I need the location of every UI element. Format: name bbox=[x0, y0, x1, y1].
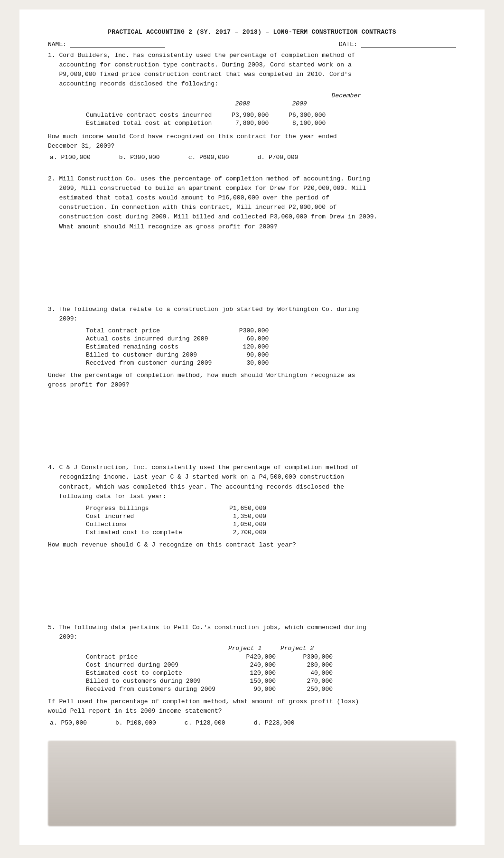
q1-choice-c: c. P600,000 bbox=[188, 154, 229, 161]
q3-row4-val: 90,000 bbox=[221, 351, 278, 359]
table-row: Progress billings P1,650,000 bbox=[86, 504, 276, 512]
q3-row3-val: 120,000 bbox=[221, 343, 278, 351]
q1-col1-header: 2008 bbox=[219, 100, 276, 107]
date-field bbox=[361, 40, 456, 48]
q5-row1-label: Contract price bbox=[86, 653, 228, 661]
q3-row1-val: P300,000 bbox=[221, 327, 278, 335]
q1-table-header: December bbox=[48, 92, 361, 99]
question-5: 5. The following data pertains to Pell C… bbox=[48, 623, 456, 726]
question-2: 2. Mill Construction Co. uses the percen… bbox=[48, 174, 456, 292]
q5-choice-d: d. P228,000 bbox=[254, 719, 295, 726]
q3-table: Total contract price P300,000 Actual cos… bbox=[86, 327, 456, 367]
q1-row1-val2: P6,300,000 bbox=[278, 111, 335, 119]
q4-row2-val: 1,350,000 bbox=[219, 512, 276, 520]
q3-answer-space bbox=[48, 393, 456, 450]
question-4-text: 4. C & J Construction, Inc. consistently… bbox=[48, 463, 456, 501]
q1-table: Cumulative contract costs incurred P3,90… bbox=[86, 111, 456, 127]
q4-row4-val: 2,700,000 bbox=[219, 528, 276, 537]
q5-row4-label: Billed to customers during 2009 bbox=[86, 677, 228, 685]
page: PRACTICAL ACCOUNTING 2 (SY. 2017 – 2018)… bbox=[19, 9, 485, 845]
table-row: Estimated total cost at completion 7,800… bbox=[86, 119, 335, 127]
q5-table: Contract price P420,000 P300,000 Cost in… bbox=[86, 653, 456, 693]
table-row: Collections 1,050,000 bbox=[86, 520, 276, 528]
q5-row5-val2: 250,000 bbox=[285, 685, 342, 693]
q2-answer-space bbox=[48, 235, 456, 292]
q1-number: 1. bbox=[48, 52, 59, 59]
question-4: 4. C & J Construction, Inc. consistently… bbox=[48, 463, 456, 610]
q1-row1-val1: P3,900,000 bbox=[221, 111, 278, 119]
table-row: Actual costs incurred during 2009 60,000 bbox=[86, 335, 278, 343]
q3-row1-label: Total contract price bbox=[86, 327, 221, 335]
q1-followup: How much income would Cord have recogniz… bbox=[48, 132, 456, 151]
q4-row2-label: Cost incurred bbox=[86, 512, 219, 520]
q5-choice-b: b. P108,000 bbox=[115, 719, 156, 726]
table-row: Total contract price P300,000 bbox=[86, 327, 278, 335]
name-field bbox=[70, 40, 165, 48]
q5-choice-a: a. P50,000 bbox=[50, 719, 87, 726]
question-1-text: 1. Cord Builders, Inc. has consistently … bbox=[48, 51, 456, 89]
q5-row5-label: Received from customers during 2009 bbox=[86, 685, 228, 693]
q3-followup: Under the percentage of completion metho… bbox=[48, 371, 456, 390]
page-title: PRACTICAL ACCOUNTING 2 (SY. 2017 – 2018)… bbox=[48, 28, 456, 36]
q5-followup: If Pell used the percentage of completio… bbox=[48, 697, 456, 716]
q5-row2-label: Cost incurred during 2009 bbox=[86, 661, 228, 669]
q5-row5-val1: 90,000 bbox=[228, 685, 285, 693]
table-row: Cost incurred during 2009 240,000 280,00… bbox=[86, 661, 342, 669]
q1-row2-val2: 8,100,000 bbox=[278, 119, 335, 127]
table-row: Billed to customers during 2009 150,000 … bbox=[86, 677, 342, 685]
q4-row4-label: Estimated cost to complete bbox=[86, 528, 219, 537]
table-row: Cumulative contract costs incurred P3,90… bbox=[86, 111, 335, 119]
q3-row5-label: Received from customer during 2009 bbox=[86, 359, 221, 367]
question-5-text: 5. The following data pertains to Pell C… bbox=[48, 623, 456, 642]
q5-row1-val1: P420,000 bbox=[228, 653, 285, 661]
q1-body: Cord Builders, Inc. has consistently use… bbox=[48, 52, 355, 87]
q4-row1-val: P1,650,000 bbox=[219, 504, 276, 512]
q4-row3-val: 1,050,000 bbox=[219, 520, 276, 528]
question-2-text: 2. Mill Construction Co. uses the percen… bbox=[48, 174, 456, 232]
q1-row2-val1: 7,800,000 bbox=[221, 119, 278, 127]
table-row: Estimated remaining costs 120,000 bbox=[86, 343, 278, 351]
q1-choice-b: b. P300,000 bbox=[119, 154, 160, 161]
q5-row2-val2: 280,000 bbox=[285, 661, 342, 669]
q3-row5-val: 30,000 bbox=[221, 359, 278, 367]
q5-choice-c: c. P128,000 bbox=[185, 719, 225, 726]
question-3: 3. The following data relate to a constr… bbox=[48, 305, 456, 450]
q5-col2-header: Project 2 bbox=[276, 645, 323, 652]
q5-row4-val1: 150,000 bbox=[228, 677, 285, 685]
header-name: NAME: bbox=[48, 40, 165, 48]
q5-choices: a. P50,000 b. P108,000 c. P128,000 d. P2… bbox=[50, 719, 456, 726]
q4-followup: How much revenue should C & J recognize … bbox=[48, 540, 456, 550]
q5-col-headers: Project 1 Project 2 bbox=[86, 645, 456, 652]
q4-row3-label: Collections bbox=[86, 520, 219, 528]
q3-row2-val: 60,000 bbox=[221, 335, 278, 343]
table-row: Cost incurred 1,350,000 bbox=[86, 512, 276, 520]
q5-row3-val2: 40,000 bbox=[285, 669, 342, 677]
name-label: NAME: bbox=[48, 41, 66, 48]
q5-row3-val1: 120,000 bbox=[228, 669, 285, 677]
q1-row2-label: Estimated total cost at completion bbox=[86, 119, 221, 127]
q5-row2-val1: 240,000 bbox=[228, 661, 285, 669]
question-3-text: 3. The following data relate to a constr… bbox=[48, 305, 456, 324]
q4-answer-space bbox=[48, 553, 456, 610]
question-1: 1. Cord Builders, Inc. has consistently … bbox=[48, 51, 456, 161]
q4-table: Progress billings P1,650,000 Cost incurr… bbox=[86, 504, 456, 537]
date-label: DATE: bbox=[339, 41, 357, 48]
q5-col1-header: Project 1 bbox=[228, 645, 276, 652]
q3-row4-label: Billed to customer during 2009 bbox=[86, 351, 221, 359]
q5-row3-label: Estimated cost to complete bbox=[86, 669, 228, 677]
q1-col2-header: 2009 bbox=[276, 100, 333, 107]
q1-row1-label: Cumulative contract costs incurred bbox=[86, 111, 221, 119]
q3-row2-label: Actual costs incurred during 2009 bbox=[86, 335, 221, 343]
table-row: Contract price P420,000 P300,000 bbox=[86, 653, 342, 661]
q4-row1-label: Progress billings bbox=[86, 504, 219, 512]
table-row: Estimated cost to complete 120,000 40,00… bbox=[86, 669, 342, 677]
q5-row4-val2: 270,000 bbox=[285, 677, 342, 685]
footer-blur-area bbox=[48, 741, 456, 826]
q1-col-headers: 2008 2009 bbox=[86, 100, 456, 107]
q1-choice-d: d. P700,000 bbox=[257, 154, 298, 161]
table-row: Received from customer during 2009 30,00… bbox=[86, 359, 278, 367]
q5-row1-val2: P300,000 bbox=[285, 653, 342, 661]
table-row: Billed to customer during 2009 90,000 bbox=[86, 351, 278, 359]
header-date: DATE: bbox=[339, 40, 456, 48]
header-row: NAME: DATE: bbox=[48, 40, 456, 48]
